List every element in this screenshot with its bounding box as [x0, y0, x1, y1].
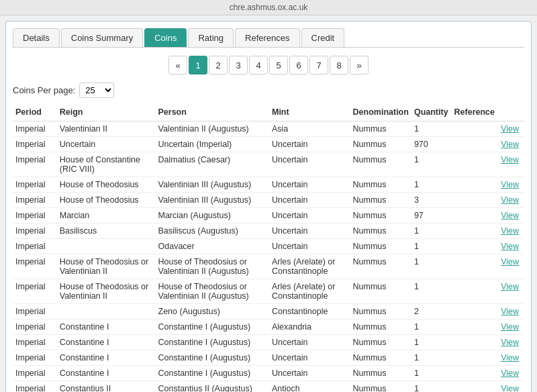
page-btn-4[interactable]: 4 [249, 56, 268, 75]
cell-mint: Uncertain [269, 350, 350, 366]
cell-mint: Uncertain [269, 224, 350, 239]
cell-view[interactable]: View [498, 304, 524, 320]
page-btn-8[interactable]: 8 [330, 56, 348, 75]
view-link[interactable]: View [501, 322, 519, 332]
cell-view[interactable]: View [498, 381, 524, 393]
cell-quantity: 1 [411, 320, 452, 335]
view-link[interactable]: View [501, 155, 519, 164]
cell-person: House of Theodosius or Valentinian II (A… [156, 254, 269, 279]
table-row: ImperialBasiliscusBasiliscus (Augustus)U… [13, 224, 524, 239]
view-link[interactable]: View [501, 338, 519, 347]
cell-quantity: 3 [411, 193, 452, 208]
cell-person: Valentinian III (Augustus) [156, 177, 269, 193]
view-link[interactable]: View [501, 226, 519, 236]
per-page-select[interactable]: 102550100 [79, 83, 114, 98]
cell-view[interactable]: View [498, 239, 524, 254]
cell-quantity: 1 [411, 121, 452, 137]
cell-view[interactable]: View [498, 366, 524, 381]
cell-period: Imperial [13, 366, 57, 381]
cell-mint: Antioch [269, 381, 350, 393]
page-btn-1[interactable]: 1 [189, 56, 207, 75]
cell-reign: Constantine I [57, 350, 156, 366]
page-btn-2[interactable]: 2 [209, 56, 228, 75]
view-link[interactable]: View [501, 282, 519, 291]
page-btn-»[interactable]: » [350, 56, 369, 75]
cell-mint: Uncertain [269, 177, 350, 193]
cell-person: Odavacer [156, 239, 269, 254]
table-body: ImperialValentinian IIValentinian II (Au… [13, 121, 524, 393]
cell-view[interactable]: View [498, 279, 524, 304]
cell-reference [452, 193, 499, 208]
cell-mint: Uncertain [269, 152, 350, 177]
tab-coins-summary[interactable]: Coins Summary [61, 28, 143, 47]
cell-reference [452, 177, 499, 193]
view-link[interactable]: View [501, 384, 519, 392]
tab-details[interactable]: Details [13, 28, 60, 47]
page-btn-7[interactable]: 7 [309, 56, 328, 75]
cell-denomination: Nummus [350, 208, 411, 224]
page-btn-6[interactable]: 6 [289, 56, 308, 75]
cell-view[interactable]: View [498, 335, 524, 350]
cell-view[interactable]: View [498, 224, 524, 239]
cell-view[interactable]: View [498, 193, 524, 208]
cell-mint: Uncertain [269, 239, 350, 254]
tab-references[interactable]: References [235, 28, 299, 47]
cell-mint: Uncertain [269, 335, 350, 350]
cell-reign: Constantine I [57, 335, 156, 350]
page-btn-3[interactable]: 3 [229, 56, 248, 75]
cell-view[interactable]: View [498, 137, 524, 152]
cell-quantity: 1 [411, 177, 452, 193]
cell-person: Constantius II (Augustus) [156, 381, 269, 393]
tab-coins[interactable]: Coins [144, 28, 187, 47]
page-btn-5[interactable]: 5 [269, 56, 288, 75]
cell-person: Dalmatius (Caesar) [156, 152, 269, 177]
view-link[interactable]: View [501, 307, 519, 316]
tab-bar: DetailsCoins SummaryCoinsRatingReference… [13, 28, 524, 48]
page-btn-«[interactable]: « [168, 56, 187, 75]
cell-denomination: Nummus [350, 193, 411, 208]
cell-reference [452, 152, 499, 177]
cell-view[interactable]: View [498, 208, 524, 224]
view-link[interactable]: View [501, 211, 519, 220]
cell-person: Zeno (Augustus) [156, 304, 269, 320]
tab-credit[interactable]: Credit [301, 28, 345, 47]
cell-denomination: Nummus [350, 350, 411, 366]
cell-view[interactable]: View [498, 121, 524, 137]
cell-reign [57, 304, 156, 320]
cell-reign: Constantine I [57, 366, 156, 381]
view-link[interactable]: View [501, 195, 519, 205]
view-link[interactable]: View [501, 124, 519, 134]
cell-reign: Valentinian II [57, 121, 156, 137]
cell-reference [452, 239, 499, 254]
cell-view[interactable]: View [498, 177, 524, 193]
view-link[interactable]: View [501, 140, 519, 149]
cell-period: Imperial [13, 193, 57, 208]
cell-reference [452, 366, 499, 381]
cell-reign: Constantine I [57, 320, 156, 335]
per-page-row: Coins Per page: 102550100 [13, 83, 524, 98]
cell-view[interactable]: View [498, 152, 524, 177]
view-link[interactable]: View [501, 242, 519, 251]
cell-view[interactable]: View [498, 320, 524, 335]
col-header-denomination: Denomination [350, 103, 411, 121]
view-link[interactable]: View [501, 180, 519, 189]
cell-period: Imperial [13, 121, 57, 137]
cell-person: Uncertain (Imperial) [156, 137, 269, 152]
table-row: ImperialUncertainUncertain (Imperial)Unc… [13, 137, 524, 152]
cell-reign: House of Theodosius [57, 177, 156, 193]
tab-rating[interactable]: Rating [188, 28, 234, 47]
cell-view[interactable]: View [498, 350, 524, 366]
cell-denomination: Nummus [350, 254, 411, 279]
cell-period: Imperial [13, 335, 57, 350]
cell-period: Imperial [13, 152, 57, 177]
cell-mint: Arles (Arelate) or Constantinople [269, 254, 350, 279]
cell-denomination: Nummus [350, 335, 411, 350]
cell-person: Constantine I (Augustus) [156, 335, 269, 350]
view-link[interactable]: View [501, 257, 519, 266]
main-container: DetailsCoins SummaryCoinsRatingReference… [5, 21, 532, 392]
cell-reference [452, 320, 499, 335]
cell-reference [452, 121, 499, 137]
cell-view[interactable]: View [498, 254, 524, 279]
view-link[interactable]: View [501, 353, 519, 362]
view-link[interactable]: View [501, 369, 519, 378]
